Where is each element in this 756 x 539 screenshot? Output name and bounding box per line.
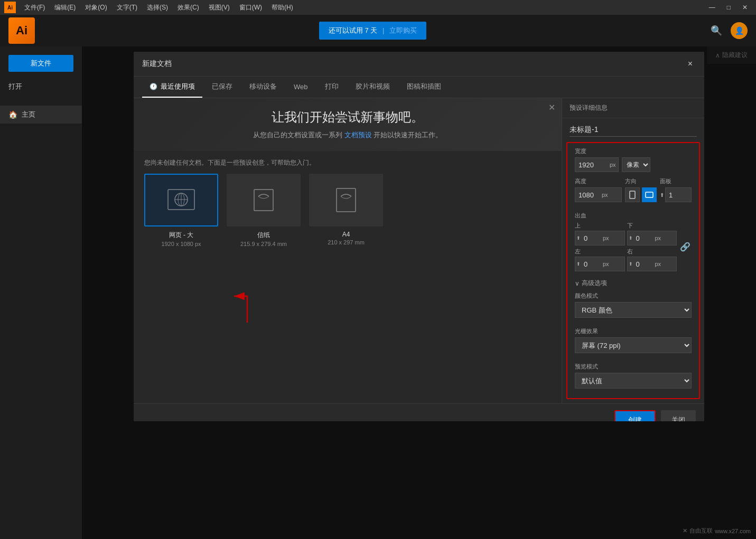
title-bar: Ai 文件(F) 编辑(E) 对象(O) 文字(T) 选择(S) 效果(C) 视…: [0, 0, 756, 15]
templates-grid: 网页 - 大 1920 x 1080 px: [144, 174, 551, 247]
raster-select[interactable]: 屏幕 (72 ppi) 高 (150 ppi) 极高 (300 ppi): [575, 337, 692, 353]
close-btn[interactable]: ✕: [738, 0, 752, 15]
orientation-group: 方向: [625, 177, 657, 202]
tab-art[interactable]: 图稿和插图: [399, 77, 449, 98]
maximize-btn[interactable]: □: [723, 0, 735, 15]
tab-web-label: Web: [294, 83, 308, 91]
promo-title: 让我们开始尝试新事物吧。: [150, 109, 546, 126]
height-input[interactable]: [575, 191, 602, 199]
content-area: ∧ 隐藏建议 新建文档 × 🕐 最近使用项 已保存: [82, 46, 756, 539]
menu-window[interactable]: 窗口(W): [235, 2, 266, 13]
height-unit: px: [602, 192, 610, 198]
tab-recent[interactable]: 🕐 最近使用项: [142, 77, 202, 98]
templates-section: 您尚未创建任何文档。下面是一些预设创意，可帮助您入门。: [134, 151, 562, 254]
color-mode-label: 颜色模式: [575, 292, 692, 300]
menu-object[interactable]: 对象(O): [81, 2, 111, 13]
header-center: 还可以试用 7 天 | 立即购买: [43, 22, 702, 40]
new-file-button[interactable]: 新文件: [8, 55, 73, 72]
raster-row: 光栅效果 屏幕 (72 ppi) 高 (150 ppi) 极高 (300 ppi…: [575, 327, 692, 357]
promo-subtitle: 从您自己的文档设置或一系列 文档预设 开始以快速开始工作。: [150, 130, 546, 140]
bleed-top-input[interactable]: [582, 234, 603, 242]
bleed-top-input-group: ⬆ px: [575, 231, 625, 245]
bleed-bottom-label: 下: [627, 222, 677, 230]
ai-logo-small: Ai: [4, 2, 16, 13]
advanced-label: 高级选项: [582, 279, 607, 288]
tab-film[interactable]: 胶片和视频: [348, 77, 397, 98]
preview-select[interactable]: 默认值 像素 叠印: [575, 373, 692, 389]
template-card-letter[interactable]: 信纸 215.9 x 279.4 mm: [227, 174, 301, 247]
template-size-letter: 215.9 x 279.4 mm: [227, 241, 301, 247]
advanced-toggle[interactable]: ∨ 高级选项: [575, 277, 692, 288]
height-label: 高度: [575, 177, 622, 185]
unit-select[interactable]: 像素 毫米 厘米: [622, 157, 650, 172]
buy-link[interactable]: 立即购买: [389, 26, 417, 34]
bleed-bottom-input[interactable]: [634, 234, 655, 242]
menu-select[interactable]: 选择(S): [143, 2, 172, 13]
preset-details-header: 预设详细信息: [562, 98, 704, 118]
bleed-top-group: 上 ⬆ px: [575, 222, 625, 245]
menu-effect[interactable]: 效果(C): [173, 2, 203, 13]
width-input[interactable]: [575, 161, 610, 169]
color-mode-select[interactable]: RGB 颜色 CMYK 颜色: [575, 302, 692, 318]
tab-web[interactable]: Web: [286, 78, 315, 97]
bleed-left-input[interactable]: [582, 260, 603, 268]
raster-label: 光栅效果: [575, 327, 692, 335]
template-card-a4[interactable]: A4 210 x 297 mm: [309, 174, 383, 247]
trial-button[interactable]: 还可以试用 7 天 | 立即购买: [319, 22, 426, 40]
height-group: 高度 px: [575, 177, 622, 202]
template-thumb-a4: [309, 174, 383, 226]
menu-text[interactable]: 文字(T): [113, 2, 142, 13]
tab-mobile[interactable]: 移动设备: [242, 77, 284, 98]
template-thumb-letter: [227, 174, 301, 226]
promo-close-button[interactable]: ✕: [548, 102, 555, 112]
bleed-bottom-unit: px: [655, 235, 661, 241]
menu-file[interactable]: 文件(F): [20, 2, 49, 13]
create-button[interactable]: 创建: [614, 410, 656, 421]
bleed-right-input-group: ⬆ px: [627, 257, 677, 271]
template-card-web[interactable]: 网页 - 大 1920 x 1080 px: [144, 174, 218, 247]
bleed-top-label: 上: [575, 222, 625, 230]
width-label: 宽度: [575, 147, 692, 155]
svg-rect-6: [337, 188, 356, 212]
bleed-right-input[interactable]: [634, 260, 655, 268]
search-button[interactable]: 🔍: [711, 25, 722, 36]
bleed-row: 出血 上 ⬆ px: [575, 207, 692, 271]
portrait-btn[interactable]: [625, 187, 640, 202]
dialog-close-x-button[interactable]: ×: [685, 58, 696, 70]
bleed-right-group: 右 ⬆ px: [627, 248, 677, 271]
close-dialog-button[interactable]: 关闭: [661, 410, 696, 421]
dialog-body: ✕ 让我们开始尝试新事物吧。 从您自己的文档设置或一系列 文档预设 开始以快速开…: [134, 98, 704, 403]
template-name-a4: A4: [309, 231, 383, 238]
watermark: ✕ 自由互联 www.x27.com: [683, 527, 751, 535]
sidebar-item-home[interactable]: 🏠 主页: [0, 106, 82, 124]
home-icon: 🏠: [8, 110, 17, 119]
bleed-left-label: 左: [575, 248, 625, 256]
artboard-label: 面板: [660, 177, 692, 185]
artboard-input[interactable]: [665, 187, 692, 202]
minimize-btn[interactable]: —: [705, 0, 720, 15]
template-name-letter: 信纸: [227, 231, 301, 240]
landscape-btn[interactable]: [642, 187, 657, 202]
sidebar-home-label: 主页: [22, 110, 35, 119]
watermark-url: www.x27.com: [715, 528, 751, 534]
user-avatar[interactable]: 👤: [731, 22, 748, 39]
doc-name-input[interactable]: [570, 124, 697, 137]
menu-edit[interactable]: 编辑(E): [50, 2, 80, 13]
tab-saved[interactable]: 已保存: [204, 77, 240, 98]
new-document-dialog: 新建文档 × 🕐 最近使用项 已保存 移动设备: [134, 52, 704, 421]
dialog-tabs: 🕐 最近使用项 已保存 移动设备 Web 打印: [134, 77, 704, 98]
color-mode-row: 颜色模式 RGB 颜色 CMYK 颜色: [575, 292, 692, 322]
menu-help[interactable]: 帮助(H): [267, 2, 297, 13]
svg-rect-9: [646, 192, 653, 197]
tab-art-label: 图稿和插图: [407, 82, 441, 91]
bleed-link-icon: 🔗: [679, 222, 692, 271]
width-unit: px: [610, 162, 618, 168]
menu-view[interactable]: 视图(V): [204, 2, 234, 13]
menu-bar: 文件(F) 编辑(E) 对象(O) 文字(T) 选择(S) 效果(C) 视图(V…: [20, 2, 297, 13]
bleed-left-unit: px: [603, 261, 609, 267]
height-input-group: px: [575, 187, 622, 202]
promo-link[interactable]: 文档预设: [344, 131, 372, 139]
open-button[interactable]: 打开: [0, 78, 82, 95]
watermark-text: 自由互联: [689, 527, 713, 535]
tab-print[interactable]: 打印: [318, 77, 346, 98]
